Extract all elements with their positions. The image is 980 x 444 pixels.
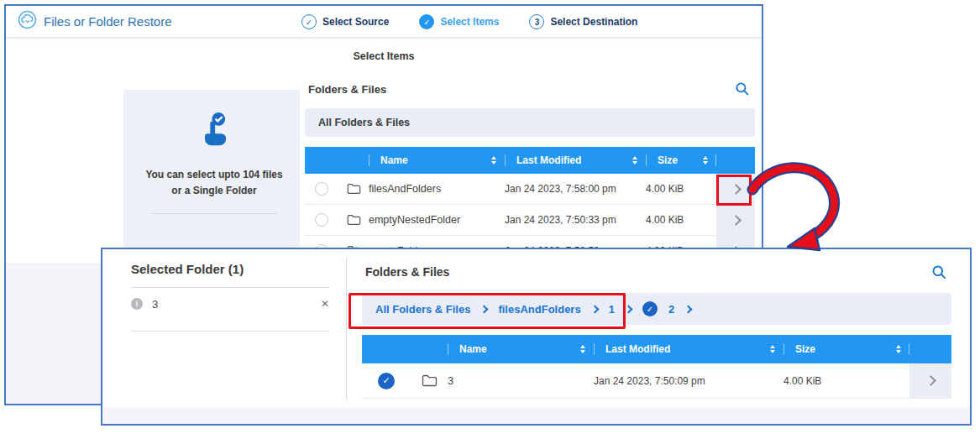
- chevron-right-icon: [684, 305, 693, 313]
- table-row: emptyNestedFolder Jan 24 2023, 7:50:33 p…: [305, 205, 755, 236]
- selected-folder-name: 3: [152, 298, 158, 311]
- column-header-name[interactable]: Name: [369, 147, 505, 174]
- table-header-row: Name Last Modified Size: [362, 335, 951, 363]
- folder-icon: [338, 174, 369, 204]
- column-header-modified[interactable]: Last Modified: [505, 147, 646, 174]
- remove-selection-button[interactable]: [321, 298, 329, 310]
- step-select-items[interactable]: Select Items: [419, 14, 499, 29]
- sort-icon: [580, 345, 585, 353]
- table-row-selected: 3 Jan 24 2023, 7:50:09 pm 4.00 KiB: [362, 363, 951, 399]
- search-icon[interactable]: [733, 80, 752, 98]
- nested-folder-window: Selected Folder (1) 3 Folders & Files: [101, 248, 972, 426]
- table-header-row: Name Last Modified Size: [305, 147, 755, 174]
- sort-icon: [491, 156, 496, 165]
- divider: [131, 331, 329, 332]
- breadcrumb-root[interactable]: All Folders & Files: [318, 117, 410, 128]
- breadcrumb: All Folders & Files filesAndFolders 1 2: [362, 293, 951, 325]
- column-header-name[interactable]: Name: [448, 335, 594, 363]
- chevron-right-icon: [480, 305, 489, 313]
- row-radio[interactable]: [315, 213, 328, 227]
- folder-icon: [338, 205, 369, 235]
- info-icon: [131, 298, 143, 310]
- sort-icon: [632, 156, 637, 165]
- app-title-group: Files or Folder Restore: [18, 10, 172, 33]
- breadcrumb-item[interactable]: 2: [668, 303, 674, 316]
- browser-title: Folders & Files: [308, 83, 386, 96]
- selected-folder-title: Selected Folder (1): [131, 262, 329, 276]
- screen: Files or Folder Restore Select Source Se…: [0, 0, 980, 444]
- hint-divider: [151, 213, 277, 214]
- panel-footer-background: [102, 407, 970, 424]
- search-icon[interactable]: [930, 263, 948, 281]
- folder-icon: [411, 363, 448, 398]
- chevron-right-icon: [731, 184, 742, 195]
- files-table: Name Last Modified Size: [362, 335, 951, 399]
- browser-title: Folders & Files: [365, 265, 449, 279]
- folders-files-browser-nested: Folders & Files All Folders & Files file…: [347, 249, 970, 407]
- step-done-check-icon: [301, 14, 317, 29]
- hint-text: You can select upto 104 files or a Singl…: [145, 167, 282, 198]
- column-header-size[interactable]: Size: [783, 335, 909, 363]
- step-active-check-icon: [419, 14, 434, 29]
- chevron-right-icon: [925, 375, 936, 386]
- table-row: filesAndFolders Jan 24 2023, 7:58:00 pm …: [305, 174, 755, 205]
- folders-files-browser: Folders & Files All Folders & Files Name: [300, 70, 760, 266]
- restore-cloud-icon: [18, 10, 37, 33]
- window-header: Files or Folder Restore Select Source Se…: [6, 6, 762, 38]
- selected-folder-pane: Selected Folder (1) 3: [102, 249, 346, 424]
- chevron-right-icon: [731, 215, 742, 226]
- selection-hint-card: You can select upto 104 files or a Singl…: [123, 90, 305, 259]
- wizard-steps: Select Source Select Items 3 Select Dest…: [301, 6, 637, 38]
- breadcrumb-item[interactable]: 1: [609, 303, 615, 316]
- selected-folder-item: 3: [131, 288, 329, 320]
- row-radio[interactable]: [315, 182, 328, 196]
- breadcrumb-root[interactable]: All Folders & Files: [375, 303, 470, 316]
- open-folder-button[interactable]: [909, 363, 951, 398]
- column-header-modified[interactable]: Last Modified: [594, 335, 783, 363]
- breadcrumb-item[interactable]: filesAndFolders: [498, 303, 580, 316]
- open-folder-button[interactable]: [716, 174, 755, 204]
- page-title: Files or Folder Restore: [44, 14, 172, 29]
- breadcrumb: All Folders & Files: [305, 108, 755, 137]
- sort-icon: [896, 345, 901, 353]
- selected-check-icon[interactable]: [378, 373, 395, 389]
- hand-select-icon: [195, 112, 233, 154]
- step-select-destination[interactable]: 3 Select Destination: [529, 14, 637, 29]
- column-header-size[interactable]: Size: [646, 147, 716, 174]
- close-icon: [321, 298, 329, 310]
- open-folder-button[interactable]: [716, 205, 755, 235]
- sort-icon: [770, 345, 775, 353]
- sort-icon: [703, 156, 708, 165]
- section-heading: Select Items: [6, 50, 762, 62]
- chevron-right-icon: [590, 305, 599, 313]
- breadcrumb-check-icon: [642, 301, 658, 316]
- step-number-icon: 3: [529, 14, 544, 29]
- chevron-right-icon: [624, 305, 632, 313]
- step-select-source[interactable]: Select Source: [301, 14, 389, 29]
